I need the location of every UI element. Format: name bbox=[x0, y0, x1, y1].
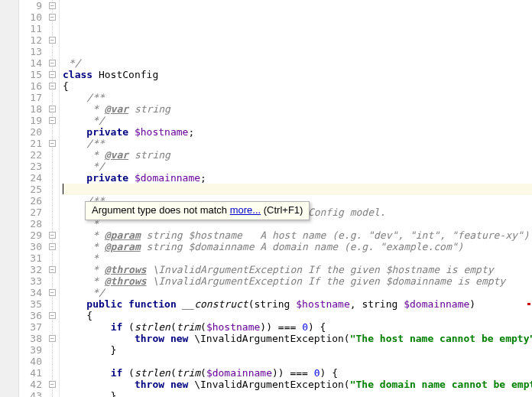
fold-toggle-icon[interactable]: − bbox=[49, 232, 56, 239]
fold-toggle-icon[interactable]: − bbox=[49, 60, 56, 67]
code-line[interactable]: * @param string $hostname A host name (e… bbox=[63, 229, 532, 241]
code-line[interactable]: } bbox=[63, 390, 532, 397]
inspection-tooltip: Argument type does not match more... (Ct… bbox=[85, 201, 310, 220]
code-line[interactable] bbox=[63, 356, 532, 367]
line-number: 23 bbox=[19, 161, 42, 172]
code-line[interactable]: { bbox=[63, 80, 532, 92]
line-number: 39 bbox=[19, 344, 42, 356]
left-margin bbox=[0, 0, 19, 397]
fold-toggle-icon[interactable]: − bbox=[49, 71, 56, 78]
line-number: 25 bbox=[19, 184, 42, 195]
line-number: 26 bbox=[19, 195, 42, 207]
fold-toggle-icon[interactable]: − bbox=[49, 140, 56, 147]
fold-toggle-icon[interactable]: − bbox=[49, 289, 56, 296]
line-number: 12 bbox=[19, 34, 42, 46]
code-line[interactable]: */ bbox=[63, 287, 532, 298]
code-line[interactable]: * @var string bbox=[63, 103, 532, 115]
line-number: 31 bbox=[19, 252, 42, 264]
code-line[interactable]: * @var string bbox=[63, 149, 532, 161]
code-line[interactable]: throw new \InvalidArgumentException("The… bbox=[63, 333, 532, 344]
fold-toggle-icon[interactable]: − bbox=[49, 335, 56, 342]
line-number: 32 bbox=[19, 264, 42, 275]
code-line[interactable]: throw new \InvalidArgumentException("The… bbox=[63, 379, 532, 390]
code-line[interactable]: if (strlen(trim($hostname)) === 0) { bbox=[63, 321, 532, 333]
fold-column[interactable]: −−−−−−−−−−−−−−−− bbox=[48, 0, 60, 397]
line-number: 9 bbox=[19, 0, 42, 11]
line-number: 13 bbox=[19, 46, 42, 57]
line-number: 14 bbox=[19, 57, 42, 69]
line-number: 36 bbox=[19, 310, 42, 321]
code-line[interactable]: public function __construct(string $host… bbox=[63, 298, 532, 310]
line-number: 42 bbox=[19, 379, 42, 390]
fold-toggle-icon[interactable]: − bbox=[49, 381, 56, 388]
fold-toggle-icon[interactable]: − bbox=[49, 266, 56, 273]
code-line[interactable]: } bbox=[63, 344, 532, 356]
line-number: 29 bbox=[19, 229, 42, 241]
tooltip-shortcut: (Ctrl+F1) bbox=[264, 204, 303, 216]
code-line[interactable]: * @throws \InvalidArgumentException If t… bbox=[63, 275, 532, 287]
line-number: 17 bbox=[19, 92, 42, 103]
fold-toggle-icon[interactable]: − bbox=[49, 37, 56, 44]
line-number: 20 bbox=[19, 126, 42, 138]
fold-toggle-icon[interactable]: − bbox=[49, 2, 56, 9]
line-number: 24 bbox=[19, 172, 42, 184]
code-line[interactable]: private $hostname; bbox=[63, 126, 532, 138]
line-number: 35 bbox=[19, 298, 42, 310]
code-line[interactable]: /** bbox=[63, 92, 532, 103]
code-line[interactable]: * bbox=[63, 252, 532, 264]
code-line[interactable]: * @param string $domainname A domain nam… bbox=[63, 241, 532, 252]
line-number: 15 bbox=[19, 69, 42, 80]
code-line[interactable]: class HostConfig bbox=[63, 69, 532, 80]
line-number: 37 bbox=[19, 321, 42, 333]
line-number: 38 bbox=[19, 333, 42, 344]
fold-toggle-icon[interactable]: − bbox=[49, 243, 56, 250]
code-line[interactable]: */ bbox=[63, 115, 532, 126]
code-editor[interactable]: 9101112131415161718192021222324252627282… bbox=[0, 0, 532, 397]
fold-toggle-icon[interactable]: − bbox=[49, 106, 56, 112]
line-number: 16 bbox=[19, 80, 42, 92]
code-line[interactable]: */ bbox=[63, 161, 532, 172]
line-number: 19 bbox=[19, 115, 42, 126]
line-number: 11 bbox=[19, 23, 42, 34]
line-number: 28 bbox=[19, 218, 42, 229]
line-number: 41 bbox=[19, 367, 42, 379]
code-line[interactable]: { bbox=[63, 310, 532, 321]
line-number: 27 bbox=[19, 207, 42, 218]
line-number: 10 bbox=[19, 11, 42, 23]
text-caret bbox=[63, 184, 63, 194]
fold-toggle-icon[interactable]: − bbox=[49, 312, 56, 319]
code-line[interactable]: /** bbox=[63, 138, 532, 149]
code-area[interactable]: */class HostConfig{ /** * @var string */… bbox=[60, 0, 532, 397]
fold-toggle-icon[interactable]: − bbox=[49, 14, 56, 21]
code-line[interactable]: * @throws \InvalidArgumentException If t… bbox=[63, 264, 532, 275]
tooltip-more-link[interactable]: more... bbox=[230, 204, 261, 216]
line-number: 21 bbox=[19, 138, 42, 149]
code-line[interactable]: if (strlen(trim($domainname)) === 0) { bbox=[63, 367, 532, 379]
fold-toggle-icon[interactable]: − bbox=[49, 83, 56, 89]
line-number: 30 bbox=[19, 241, 42, 252]
line-number: 33 bbox=[19, 275, 42, 287]
fold-toggle-icon[interactable]: − bbox=[49, 117, 56, 124]
line-number: 18 bbox=[19, 103, 42, 115]
line-number: 34 bbox=[19, 287, 42, 298]
line-number: 22 bbox=[19, 149, 42, 161]
tooltip-message: Argument type does not match bbox=[92, 204, 227, 216]
code-line[interactable]: */ bbox=[63, 57, 532, 69]
line-number-gutter[interactable]: 9101112131415161718192021222324252627282… bbox=[19, 0, 48, 397]
code-line[interactable]: private $domainname; bbox=[63, 172, 532, 184]
line-number: 43 bbox=[19, 390, 42, 397]
code-line[interactable] bbox=[63, 184, 532, 195]
line-number: 40 bbox=[19, 356, 42, 367]
